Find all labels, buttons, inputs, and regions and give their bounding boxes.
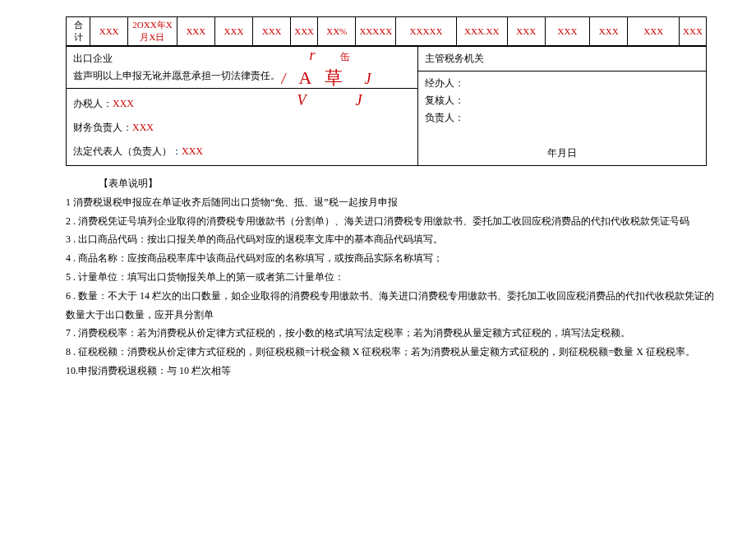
legal-person-value: XXX — [182, 145, 203, 157]
handler-label: 经办人： — [425, 76, 699, 90]
authority-label: 主管税务机关 — [425, 53, 484, 64]
form-notes: 【表单说明】 1 消费税退税申报应在单证收齐后随同出口货物“免、抵、退”税一起按… — [66, 174, 723, 380]
cell: XXX — [680, 17, 707, 46]
finance-person-label: 财务负责人： — [73, 122, 132, 133]
date-label: 年月日 — [425, 146, 699, 160]
cell: XXX — [253, 17, 291, 46]
row-label: 合计 — [67, 17, 90, 46]
cell: XXX — [291, 17, 318, 46]
exporter-label: 出口企业 — [73, 52, 411, 66]
legal-person-label: 法定代表人（负责人）： — [73, 145, 182, 157]
responsible-label: 负责人： — [425, 111, 699, 125]
finance-person-value: XXX — [132, 122, 154, 133]
reviewer-label: 复核人： — [425, 94, 699, 108]
authority-header-cell: 主管税务机关 — [418, 47, 707, 71]
summary-table: 合计 XXX 2OXX年X月X日 XXX XXX XXX XXX XX% XXX… — [66, 16, 707, 46]
note-item: 1 消费税退税申报应在单证收齐后随同出口货物“免、抵、退”税一起按月申报 — [66, 193, 723, 212]
cell: XXXXX — [356, 17, 396, 46]
legal-person-row: 法定代表人（负责人）：XXX — [73, 145, 411, 159]
cell: XXX — [590, 17, 628, 46]
tax-person-label: 办税人： — [73, 98, 113, 109]
table-row: 合计 XXX 2OXX年X月X日 XXX XXX XXX XXX XX% XXX… — [67, 17, 707, 46]
cell: XXX — [545, 17, 589, 46]
cell: XXX — [177, 17, 214, 46]
cell: XXX — [90, 17, 128, 46]
note-item: 6 . 数量：不大于 14 栏次的出口数量，如企业取得的消费税专用缴款书、海关进… — [66, 287, 723, 325]
signature-table: 出口企业 兹声明以上申报无讹并愿意承担一切法律责任。 办税人：XXX 财务负责人… — [66, 46, 707, 166]
notes-title: 【表单说明】 — [99, 174, 723, 193]
note-item: 7 . 消费税税率：若为消费税从价定律方式征税的，按小数的格式填写法定税率；若为… — [66, 324, 723, 343]
cell: XX% — [318, 17, 356, 46]
note-item: 4 . 商品名称：应按商品税率库中该商品代码对应的名称填写，或按商品实际名称填写… — [66, 249, 723, 268]
tax-person-value: XXX — [113, 98, 134, 109]
cell: XXXXX — [396, 17, 457, 46]
authority-sign-cell: 经办人： 复核人： 负责人： 年月日 — [418, 71, 707, 166]
note-item: 2 . 消费税凭证号填列企业取得的消费税专用缴款书（分割单）、海关进口消费税专用… — [66, 212, 723, 231]
note-item: 10.申报消费税退税额：与 10 栏次相等 — [66, 362, 723, 380]
cell: XXX.XX — [456, 17, 507, 46]
note-item: 3 . 出口商品代码：按出口报关单的商品代码对应的退税率文库中的基本商品代码填写… — [66, 230, 723, 249]
finance-person-row: 财务负责人：XXX — [73, 121, 411, 135]
note-item: 5 . 计量单位：填写出口货物报关单上的第一或者第二计量单位： — [66, 268, 723, 287]
cell: XXX — [507, 17, 545, 46]
cell: XXX — [628, 17, 680, 46]
declaration-text: 兹声明以上申报无讹并愿意承担一切法律责任。 — [73, 69, 411, 83]
cell: XXX — [214, 17, 252, 46]
exporter-sign-cell: 出口企业 兹声明以上申报无讹并愿意承担一切法律责任。 办税人：XXX 财务负责人… — [67, 47, 418, 166]
cell: 2OXX年X月X日 — [128, 17, 177, 46]
note-item: 8 . 征税税额：消费税从价定律方式征税的，则征税税额=计税金额 X 征税税率；… — [66, 343, 723, 362]
tax-person-row: 办税人：XXX — [73, 97, 411, 111]
